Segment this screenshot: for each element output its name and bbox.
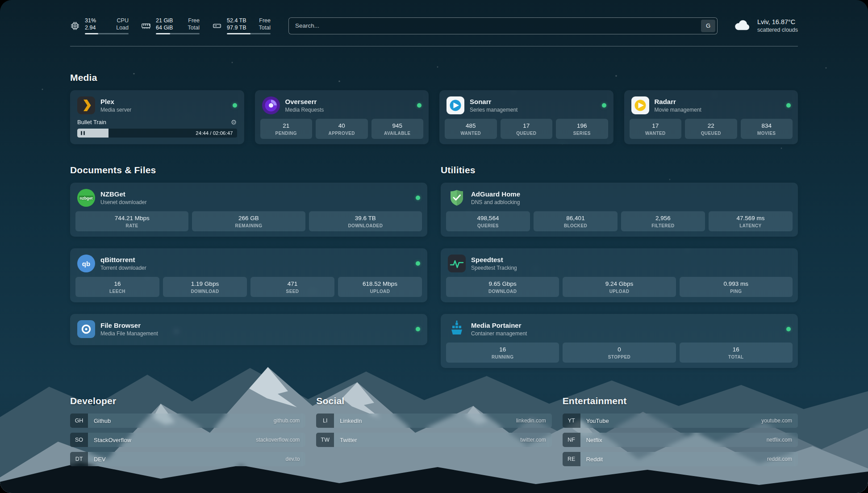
- memory-total-value: 64 GiB: [156, 24, 173, 31]
- settings-gear-icon[interactable]: ⚙: [231, 119, 237, 125]
- disk-total-value: 97.9 TB: [227, 24, 246, 31]
- search-provider-button[interactable]: G: [701, 20, 715, 32]
- stat-box: 618.52 Mbps UPLOAD: [338, 277, 422, 297]
- service-name: Sonarr: [470, 98, 517, 105]
- bookmark-group-entertainment: Entertainment YT YouTube youtube.com NF …: [563, 396, 798, 471]
- stat-label: DOWNLOAD: [449, 289, 556, 294]
- disk-free-label: Free: [259, 17, 271, 24]
- status-dot: [602, 103, 606, 108]
- service-card-filebrowser[interactable]: File Browser Media File Management: [70, 314, 427, 345]
- stat-box: 39.6 TB DOWNLOADED: [309, 211, 422, 231]
- status-dot: [786, 327, 791, 331]
- cpu-percent: 31%: [85, 17, 96, 24]
- service-card-overseerr[interactable]: Overseerr Media Requests 21 PENDING 40 A…: [255, 90, 429, 144]
- service-card-sonarr[interactable]: Sonarr Series management 485 WANTED 17 Q…: [439, 90, 613, 144]
- stat-label: WANTED: [632, 131, 679, 136]
- service-subtitle: Speedtest Tracking: [471, 265, 517, 271]
- bookmark-netflix[interactable]: NF Netflix netflix.com: [563, 433, 798, 447]
- bookmark-group-title: Developer: [70, 396, 305, 406]
- card-header: Media Portainer Container management: [446, 318, 793, 343]
- status-dot: [417, 103, 421, 108]
- stat-value: 2,956: [624, 215, 702, 221]
- pause-icon[interactable]: [81, 131, 85, 135]
- stat-label: BLOCKED: [536, 223, 615, 228]
- bookmark-linkedin[interactable]: LI LinkedIn linkedin.com: [316, 414, 551, 428]
- status-dot: [233, 103, 237, 108]
- card-header: nzbget NZBGet Usenet downloader: [75, 187, 422, 211]
- overseerr-icon: [262, 96, 280, 114]
- stat-label: TOTAL: [682, 355, 790, 359]
- stat-value: 744.21 Mbps: [78, 215, 186, 221]
- stat-box: 86,401 BLOCKED: [534, 211, 618, 231]
- stat-box: 196 SERIES: [556, 119, 608, 139]
- header-divider: [70, 46, 798, 46]
- search-wrap: G: [288, 17, 718, 34]
- service-text: Plex Media server: [100, 98, 131, 113]
- stats-row: 21 PENDING 40 APPROVED 945 AVAILABLE: [260, 119, 424, 139]
- card-header: AdGuard Home DNS and adblocking: [446, 187, 793, 211]
- svg-text:nzbget: nzbget: [80, 196, 93, 201]
- playback-progress-bar[interactable]: 24:44 / 02:06:47: [77, 129, 237, 138]
- section-utilities: Utilities AdGuard Home DNS and adblockin…: [441, 165, 798, 368]
- service-card-qbittorrent[interactable]: qb qBittorrent Torrent downloader 16 LEE…: [70, 248, 427, 302]
- service-card-radarr[interactable]: Radarr Movie management 17 WANTED 22 QUE…: [624, 90, 798, 144]
- bookmark-abbr: LI: [316, 414, 334, 428]
- bookmark-abbr: NF: [563, 433, 580, 447]
- service-name: Plex: [100, 98, 131, 105]
- search-input[interactable]: [295, 22, 697, 29]
- portainer-icon: [448, 320, 466, 338]
- top-bar: 31% CPU 2.94 Load: [70, 17, 798, 34]
- service-card-plex[interactable]: Plex Media server Bullet Train ⚙: [70, 90, 244, 144]
- bookmark-twitter[interactable]: TW Twitter twitter.com: [316, 433, 551, 447]
- svg-text:qb: qb: [82, 260, 90, 267]
- now-playing-title: Bullet Train: [77, 119, 106, 125]
- service-card-nzbget[interactable]: nzbget NZBGet Usenet downloader 744.21 M…: [70, 183, 427, 237]
- stat-label: REMAINING: [195, 223, 302, 228]
- service-card-portainer[interactable]: Media Portainer Container management 16 …: [441, 314, 798, 368]
- stats-row: 498,564 QUERIES 86,401 BLOCKED 2,956 FIL…: [446, 211, 793, 231]
- resource-disk-body: 52.4 TB Free 97.9 TB Total: [227, 17, 271, 34]
- two-column-area: Documents & Files nzbget NZBGet Usenet d…: [70, 165, 798, 368]
- bookmark-stackoverflow[interactable]: SO StackOverflow stackoverflow.com: [70, 433, 305, 447]
- bookmark-name: Github: [94, 418, 111, 424]
- system-resources: 31% CPU 2.94 Load: [70, 17, 271, 34]
- stat-box: 40 APPROVED: [316, 119, 368, 139]
- service-card-adguard[interactable]: AdGuard Home DNS and adblocking 498,564 …: [441, 183, 798, 237]
- plex-now-playing: Bullet Train ⚙ 24:44 / 02:06:47: [75, 119, 239, 138]
- adguard-icon: [448, 189, 466, 207]
- bookmark-name: YouTube: [586, 418, 609, 424]
- service-subtitle: Media File Management: [100, 330, 158, 337]
- service-name: Overseerr: [285, 98, 324, 105]
- bookmark-dev[interactable]: DT DEV dev.to: [70, 452, 305, 466]
- status-dot: [416, 327, 420, 331]
- bookmark-abbr: GH: [70, 414, 88, 428]
- service-card-speedtest[interactable]: Speedtest Speedtest Tracking 9.65 Gbps D…: [441, 248, 798, 302]
- bookmarks-area: Developer GH Github github.com SO StackO…: [70, 396, 798, 491]
- bookmark-abbr: DT: [70, 452, 88, 466]
- stat-label: AVAILABLE: [374, 131, 421, 136]
- stat-value: 834: [743, 122, 790, 129]
- service-subtitle: Movie management: [655, 107, 701, 113]
- search-bar[interactable]: G: [288, 17, 718, 34]
- stat-box: 16 TOTAL: [680, 343, 793, 363]
- service-name: Radarr: [655, 98, 701, 105]
- cpu-icon: [70, 21, 80, 31]
- service-subtitle: Torrent downloader: [100, 265, 146, 271]
- bookmark-youtube[interactable]: YT YouTube youtube.com: [563, 414, 798, 428]
- stat-box: 498,564 QUERIES: [446, 211, 530, 231]
- resource-row: 64 GiB Total: [156, 24, 200, 31]
- bookmark-github[interactable]: GH Github github.com: [70, 414, 305, 428]
- bookmark-abbr: RE: [563, 452, 580, 466]
- now-playing-row: Bullet Train ⚙: [77, 119, 237, 125]
- service-subtitle: Container management: [471, 330, 527, 337]
- resource-row: 31% CPU: [85, 17, 129, 24]
- stat-box: 22 QUEUED: [685, 119, 737, 139]
- sonarr-icon: [447, 96, 464, 114]
- qbittorrent-icon: qb: [77, 255, 95, 272]
- bookmark-abbr: YT: [563, 414, 580, 428]
- bookmark-reddit[interactable]: RE Reddit reddit.com: [563, 452, 798, 466]
- radarr-icon: [631, 96, 649, 114]
- stats-row: 17 WANTED 22 QUEUED 834 MOVIES: [630, 119, 793, 139]
- bookmark-name: Reddit: [586, 456, 603, 463]
- stat-label: RATE: [78, 223, 186, 228]
